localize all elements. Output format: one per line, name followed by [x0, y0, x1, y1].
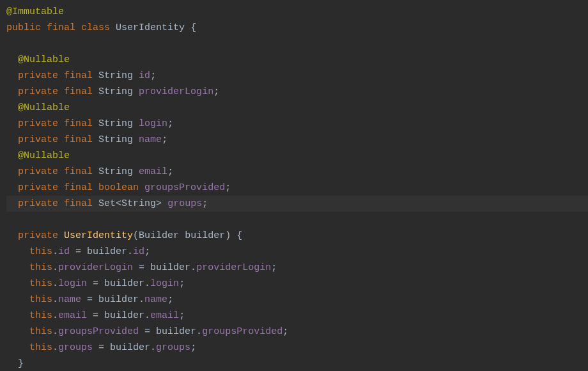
paren-open: ( — [133, 230, 139, 241]
field-providerLogin: providerLogin — [139, 86, 213, 97]
code-line: @Nullable — [6, 100, 588, 116]
keyword-final: final — [64, 134, 93, 145]
keyword-private: private — [18, 70, 58, 81]
paren-close: ) — [225, 230, 231, 241]
semicolon: ; — [150, 70, 156, 81]
semicolon: ; — [202, 198, 208, 209]
type-string: String — [98, 134, 133, 145]
builder-ref: builder — [104, 310, 144, 321]
builder-ref: builder — [98, 294, 139, 305]
brace-close: } — [18, 358, 24, 369]
code-line-blank — [6, 212, 588, 228]
code-line: this.name = builder.name; — [6, 292, 588, 308]
keyword-final: final — [64, 118, 93, 129]
semicolon: ; — [167, 118, 173, 129]
keyword-final: final — [64, 70, 93, 81]
field-name: name — [139, 134, 162, 145]
code-line-blank — [6, 36, 588, 52]
semicolon: ; — [167, 166, 173, 177]
brace-open: { — [190, 22, 196, 33]
ref-id: id — [133, 246, 144, 257]
keyword-private: private — [18, 166, 58, 177]
field-id: id — [139, 70, 150, 81]
keyword-private: private — [18, 118, 58, 129]
keyword-final: final — [64, 198, 93, 209]
field-groupsProvided: groupsProvided — [144, 182, 225, 193]
keyword-this: this — [29, 310, 52, 321]
code-line: this.email = builder.email; — [6, 308, 588, 324]
code-line: } — [6, 356, 588, 371]
ref-name: name — [58, 294, 81, 305]
annotation-nullable: @Nullable — [18, 150, 70, 161]
field-groups: groups — [167, 198, 202, 209]
keyword-this: this — [29, 294, 52, 305]
code-line: private final String login; — [6, 116, 588, 132]
keyword-private: private — [18, 230, 58, 241]
type-string: String — [98, 86, 133, 97]
ref-groups: groups — [58, 342, 93, 353]
code-line: private UserIdentity(Builder builder) { — [6, 228, 588, 244]
keyword-this: this — [29, 342, 52, 353]
keyword-final: final — [64, 86, 93, 97]
semicolon: ; — [162, 134, 167, 145]
type-set-string: Set<String> — [98, 198, 162, 209]
ref-name: name — [144, 294, 167, 305]
keyword-this: this — [29, 262, 52, 273]
code-line: this.providerLogin = builder.providerLog… — [6, 260, 588, 276]
field-email: email — [139, 166, 167, 177]
ref-groupsProvided: groupsProvided — [58, 326, 139, 337]
builder-ref: builder — [150, 262, 190, 273]
ref-providerLogin: providerLogin — [196, 262, 271, 273]
type-string: String — [98, 118, 133, 129]
semicolon: ; — [213, 86, 219, 97]
annotation-nullable: @Nullable — [18, 54, 70, 65]
builder-ref: builder — [110, 342, 150, 353]
keyword-class: class — [81, 22, 110, 33]
ref-login: login — [150, 278, 179, 289]
builder-ref: builder — [87, 246, 127, 257]
param-builder: builder — [185, 230, 225, 241]
code-line: @Nullable — [6, 52, 588, 68]
annotation-nullable: @Nullable — [18, 102, 70, 113]
code-line: private final String email; — [6, 164, 588, 180]
keyword-final: final — [47, 22, 75, 33]
ctor-name: UserIdentity — [64, 230, 133, 241]
code-line: private final String id; — [6, 68, 588, 84]
code-line: this.login = builder.login; — [6, 276, 588, 292]
brace-open: { — [236, 230, 242, 241]
ref-groupsProvided: groupsProvided — [202, 326, 282, 337]
code-line: @Nullable — [6, 148, 588, 164]
ref-groups: groups — [156, 342, 190, 353]
keyword-private: private — [18, 198, 58, 209]
type-string: String — [98, 166, 133, 177]
code-line: private final boolean groupsProvided; — [6, 180, 588, 196]
builder-ref: builder — [104, 278, 144, 289]
builder-ref: builder — [156, 326, 196, 337]
code-line: this.id = builder.id; — [6, 244, 588, 260]
keyword-boolean: boolean — [98, 182, 139, 193]
ref-login: login — [58, 278, 87, 289]
code-line: private final String providerLogin; — [6, 84, 588, 100]
keyword-public: public — [6, 22, 41, 33]
code-line-highlighted: private final Set<String> groups; — [6, 196, 588, 212]
class-name: UserIdentity — [116, 22, 185, 33]
keyword-this: this — [29, 278, 52, 289]
ref-id: id — [58, 246, 70, 257]
semicolon: ; — [225, 182, 231, 193]
code-line: private final String name; — [6, 132, 588, 148]
code-line: this.groups = builder.groups; — [6, 340, 588, 356]
field-login: login — [139, 118, 167, 129]
code-line: @Immutable — [6, 4, 588, 20]
ref-email: email — [150, 310, 179, 321]
type-builder: Builder — [139, 230, 179, 241]
keyword-private: private — [18, 182, 58, 193]
code-editor[interactable]: @Immutable public final class UserIdenti… — [0, 0, 588, 371]
keyword-private: private — [18, 134, 58, 145]
keyword-this: this — [29, 326, 52, 337]
code-line: public final class UserIdentity { — [6, 20, 588, 36]
annotation-immutable: @Immutable — [6, 6, 64, 17]
keyword-this: this — [29, 246, 52, 257]
code-line: this.groupsProvided = builder.groupsProv… — [6, 324, 588, 340]
ref-providerLogin: providerLogin — [58, 262, 133, 273]
ref-email: email — [58, 310, 87, 321]
